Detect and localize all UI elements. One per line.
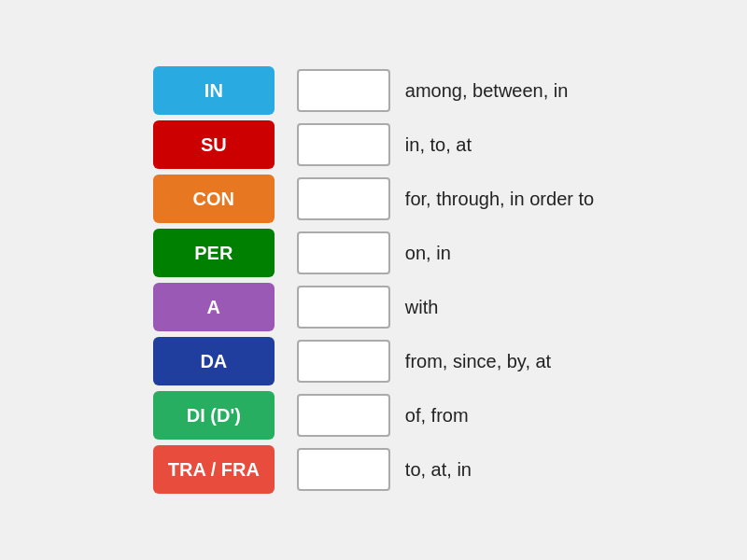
- definition-7: to, at, in: [405, 459, 472, 481]
- label-btn-in[interactable]: IN: [153, 66, 275, 115]
- drop-box-7[interactable]: [297, 448, 390, 491]
- label-btn-a[interactable]: A: [153, 283, 275, 331]
- label-btn-per[interactable]: PER: [153, 229, 275, 277]
- label-btn-tra[interactable]: TRA / FRA: [153, 445, 275, 494]
- matching-column: among, between, inin, to, atfor, through…: [297, 66, 594, 494]
- label-btn-di[interactable]: DI (D'): [153, 391, 275, 440]
- match-row-0: among, between, in: [297, 66, 594, 115]
- definition-2: for, through, in order to: [405, 189, 594, 210]
- drop-box-4[interactable]: [297, 286, 390, 329]
- match-row-7: to, at, in: [297, 445, 594, 494]
- drop-box-3[interactable]: [297, 231, 390, 274]
- match-row-5: from, since, by, at: [297, 337, 594, 385]
- definition-0: among, between, in: [405, 80, 569, 102]
- match-row-3: on, in: [297, 229, 594, 277]
- match-row-6: of, from: [297, 391, 594, 440]
- drop-box-6[interactable]: [297, 394, 390, 437]
- definition-1: in, to, at: [405, 134, 472, 156]
- label-btn-su[interactable]: SU: [153, 120, 275, 169]
- main-container: INSUCONPERADADI (D')TRA / FRA among, bet…: [116, 29, 631, 531]
- drop-box-1[interactable]: [297, 123, 390, 166]
- drop-box-0[interactable]: [297, 69, 390, 112]
- definition-6: of, from: [405, 405, 469, 427]
- match-row-4: with: [297, 283, 594, 331]
- match-row-2: for, through, in order to: [297, 175, 594, 223]
- label-btn-da[interactable]: DA: [153, 337, 275, 385]
- label-btn-con[interactable]: CON: [153, 175, 275, 223]
- definition-5: from, since, by, at: [405, 351, 551, 372]
- drop-box-5[interactable]: [297, 340, 390, 383]
- definition-4: with: [405, 297, 439, 318]
- definition-3: on, in: [405, 243, 451, 264]
- drop-box-2[interactable]: [297, 177, 390, 220]
- labels-column: INSUCONPERADADI (D')TRA / FRA: [153, 66, 275, 494]
- match-row-1: in, to, at: [297, 120, 594, 169]
